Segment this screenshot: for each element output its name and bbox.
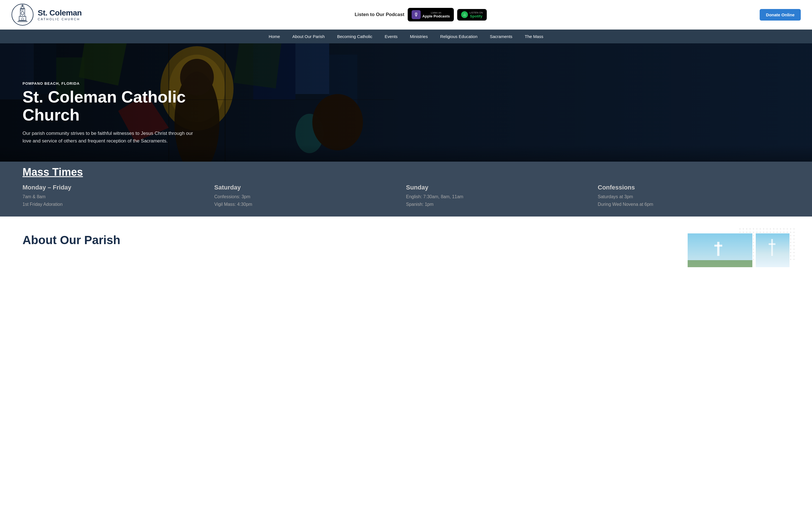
mass-time-saturday-detail-1: Confessions: 3pm <box>214 193 401 200</box>
nav-item-events[interactable]: Events <box>378 29 404 43</box>
logo-area: St. Coleman CATHOLIC CHURCH <box>11 3 82 26</box>
mass-time-saturday-label: Saturday <box>214 184 401 191</box>
mass-times-header: Mass Times <box>0 162 812 178</box>
svg-point-0 <box>12 4 33 25</box>
hero-section: POMPANO BEACH, FLORIDA St. Coleman Catho… <box>0 43 812 162</box>
hero-location: POMPANO BEACH, FLORIDA <box>22 81 220 86</box>
apple-podcast-icon: 🎙 <box>412 10 421 19</box>
hero-description: Our parish community strives to be faith… <box>22 129 197 145</box>
spotify-text: LISTEN ON Spotify <box>470 11 483 18</box>
church-logo-icon <box>11 3 34 26</box>
nav-item-becoming[interactable]: Becoming Catholic <box>331 29 378 43</box>
nav-list: Home About Our Parish Becoming Catholic … <box>0 29 812 43</box>
mass-time-sunday-detail-2: Spanish: 1pm <box>406 200 592 208</box>
mass-time-weekday-label: Monday – Friday <box>22 184 209 191</box>
mass-time-confessions-detail-2: During Wed Novena at 6pm <box>598 200 784 208</box>
hero-content: POMPANO BEACH, FLORIDA St. Coleman Catho… <box>22 81 220 145</box>
mass-time-confessions-detail-1: Saturdays at 3pm <box>598 193 784 200</box>
nav-link-home[interactable]: Home <box>263 29 286 43</box>
mass-time-weekday-detail-2: 1st Friday Adoration <box>22 200 209 208</box>
svg-point-5 <box>21 12 24 15</box>
spotify-icon: ♫ <box>461 11 468 18</box>
mass-time-sunday-detail-1: English: 7:30am, 8am, 11am <box>406 193 592 200</box>
mass-time-weekday-detail-1: 7am & 8am <box>22 193 209 200</box>
nav-link-religious-ed[interactable]: Religious Education <box>434 29 484 43</box>
logo-text: St. Coleman CATHOLIC CHURCH <box>38 8 82 21</box>
nav-link-ministries[interactable]: Ministries <box>404 29 434 43</box>
page-header: St. Coleman CATHOLIC CHURCH Listen to Ou… <box>0 0 812 29</box>
apple-listen-on-label: Listen on <box>422 11 450 14</box>
nav-item-mass[interactable]: The Mass <box>519 29 549 43</box>
svg-rect-32 <box>714 245 722 247</box>
svg-rect-33 <box>688 260 752 267</box>
nav-item-about[interactable]: About Our Parish <box>286 29 331 43</box>
nav-link-sacraments[interactable]: Sacraments <box>484 29 519 43</box>
mass-time-weekday: Monday – Friday 7am & 8am 1st Friday Ado… <box>22 184 214 208</box>
nav-link-becoming[interactable]: Becoming Catholic <box>331 29 378 43</box>
svg-rect-35 <box>771 239 773 256</box>
svg-rect-2 <box>21 7 24 9</box>
apple-platform-name: Apple Podcasts <box>422 14 450 18</box>
main-nav: Home About Our Parish Becoming Catholic … <box>0 29 812 43</box>
podcast-label: Listen to Our Podcast <box>355 12 404 17</box>
svg-rect-31 <box>717 242 720 256</box>
nav-item-religious-ed[interactable]: Religious Education <box>434 29 484 43</box>
mass-times-grid: Monday – Friday 7am & 8am 1st Friday Ado… <box>0 184 812 208</box>
mass-time-sunday: Sunday English: 7:30am, 8am, 11am Spanis… <box>406 184 598 208</box>
svg-rect-36 <box>769 243 775 245</box>
about-image-1 <box>688 234 752 267</box>
nav-item-sacraments[interactable]: Sacraments <box>484 29 519 43</box>
nav-item-ministries[interactable]: Ministries <box>404 29 434 43</box>
svg-rect-6 <box>19 16 26 20</box>
mass-time-sunday-label: Sunday <box>406 184 592 191</box>
spotify-listen-on-label: LISTEN ON <box>470 11 483 14</box>
nav-link-events[interactable]: Events <box>378 29 404 43</box>
nav-link-about[interactable]: About Our Parish <box>286 29 331 43</box>
mass-times-section: Mass Times Monday – Friday 7am & 8am 1st… <box>0 162 812 217</box>
spotify-platform-name: Spotify <box>470 14 483 18</box>
site-title: St. Coleman <box>38 8 82 17</box>
apple-podcast-text: Listen on Apple Podcasts <box>422 11 450 18</box>
hero-title: St. Coleman Catholic Church <box>22 88 220 124</box>
site-subtitle: CATHOLIC CHURCH <box>38 17 82 21</box>
spotify-button[interactable]: ♫ LISTEN ON Spotify <box>457 9 487 21</box>
about-section: About Our Parish <box>0 217 812 278</box>
mass-times-title[interactable]: Mass Times <box>22 162 83 178</box>
mass-time-confessions-label: Confessions <box>598 184 784 191</box>
nav-link-mass[interactable]: The Mass <box>519 29 549 43</box>
podcast-area: Listen to Our Podcast 🎙 Listen on Apple … <box>355 8 487 21</box>
apple-podcast-button[interactable]: 🎙 Listen on Apple Podcasts <box>408 8 454 21</box>
about-title: About Our Parish <box>22 234 120 247</box>
about-image-2 <box>756 234 790 267</box>
image-container <box>688 234 790 267</box>
mass-time-saturday-detail-2: Vigil Mass: 4:30pm <box>214 200 401 208</box>
donate-button[interactable]: Donate Online <box>760 9 801 21</box>
mass-time-confessions: Confessions Saturdays at 3pm During Wed … <box>598 184 790 208</box>
nav-item-home[interactable]: Home <box>263 29 286 43</box>
about-images-area <box>688 234 790 267</box>
mass-time-saturday: Saturday Confessions: 3pm Vigil Mass: 4:… <box>214 184 406 208</box>
